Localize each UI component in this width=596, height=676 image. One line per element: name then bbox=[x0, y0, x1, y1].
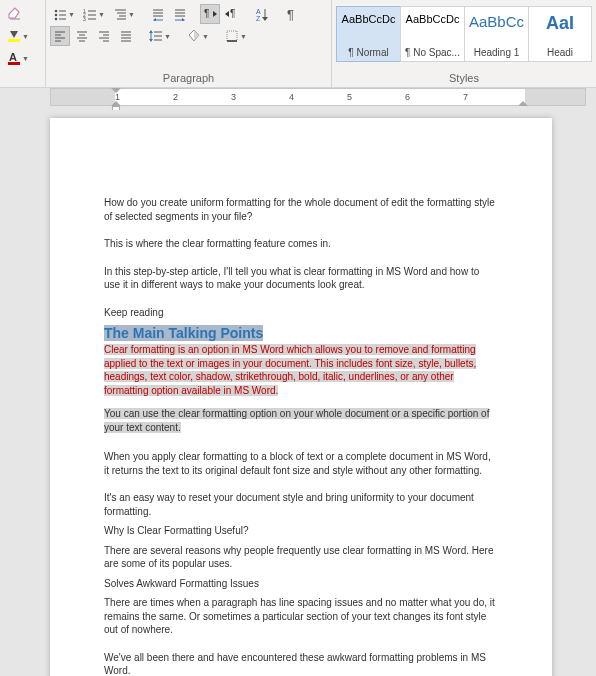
font-group-label bbox=[4, 82, 41, 87]
paragraph-group-label: Paragraph bbox=[50, 70, 327, 87]
numbering-button[interactable]: 123▼ bbox=[80, 4, 108, 24]
body-text[interactable]: Why Is Clear Formatting Useful? bbox=[104, 524, 498, 538]
styles-group: AaBbCcDc¶ NormalAaBbCcDc¶ No Spac...AaBb… bbox=[332, 0, 596, 87]
ruler-tick: 3 bbox=[231, 92, 236, 102]
style-item-heading1[interactable]: AaBbCcHeading 1 bbox=[464, 6, 528, 62]
rtl-direction-button[interactable]: ¶ bbox=[222, 4, 242, 24]
styles-group-label: Styles bbox=[336, 70, 592, 87]
body-text[interactable]: In this step-by-step article, I'll tell … bbox=[104, 265, 498, 292]
body-text[interactable]: Clear formatting is an option in MS Word… bbox=[104, 343, 498, 397]
svg-marker-24 bbox=[153, 18, 156, 21]
style-item-nospac[interactable]: AaBbCcDc¶ No Spac... bbox=[400, 6, 464, 62]
line-spacing-button[interactable]: ▼ bbox=[146, 26, 174, 46]
ribbon: ▼ A▼ ▼ 123▼ ▼ ¶ ¶ bbox=[0, 0, 596, 88]
ruler-area: 1234567 bbox=[0, 88, 596, 110]
align-center-button[interactable] bbox=[72, 26, 92, 46]
style-name: ¶ No Spac... bbox=[405, 47, 460, 58]
svg-rect-2 bbox=[8, 39, 20, 42]
page[interactable]: How do you create uniform formatting for… bbox=[50, 118, 552, 676]
body-text[interactable]: It's an easy way to reset your document … bbox=[104, 491, 498, 518]
horizontal-ruler[interactable]: 1234567 bbox=[50, 88, 586, 106]
chevron-down-icon: ▼ bbox=[164, 33, 171, 40]
body-text[interactable]: There are times when a paragraph has lin… bbox=[104, 596, 498, 637]
align-left-button[interactable] bbox=[50, 26, 70, 46]
body-text[interactable]: We've all been there and have encountere… bbox=[104, 651, 498, 677]
increase-indent-button[interactable] bbox=[170, 4, 190, 24]
heading-text[interactable]: The Main Talking Points bbox=[104, 325, 498, 341]
right-indent-icon[interactable] bbox=[518, 96, 528, 106]
body-text[interactable]: How do you create uniform formatting for… bbox=[104, 196, 498, 223]
shading-button[interactable]: ▼ bbox=[184, 26, 212, 46]
justify-button[interactable] bbox=[116, 26, 136, 46]
svg-text:A: A bbox=[9, 51, 17, 63]
svg-point-9 bbox=[55, 18, 58, 21]
multilevel-list-button[interactable]: ▼ bbox=[110, 4, 138, 24]
ruler-tick: 7 bbox=[463, 92, 468, 102]
decrease-indent-button[interactable] bbox=[148, 4, 168, 24]
chevron-down-icon: ▼ bbox=[22, 33, 29, 40]
chevron-down-icon: ▼ bbox=[202, 33, 209, 40]
svg-rect-62 bbox=[227, 31, 237, 41]
style-name: ¶ Normal bbox=[348, 47, 388, 58]
svg-marker-32 bbox=[213, 11, 217, 17]
svg-marker-0 bbox=[9, 8, 19, 18]
sort-button[interactable]: AZ bbox=[252, 4, 272, 24]
style-item-normal[interactable]: AaBbCcDc¶ Normal bbox=[336, 6, 400, 62]
svg-marker-33 bbox=[225, 11, 229, 17]
font-color-button[interactable]: A▼ bbox=[4, 48, 32, 68]
borders-button[interactable]: ▼ bbox=[222, 26, 250, 46]
svg-point-5 bbox=[55, 10, 58, 13]
svg-marker-29 bbox=[182, 18, 185, 21]
svg-text:¶: ¶ bbox=[204, 8, 209, 19]
body-text[interactable]: This is where the clear formatting featu… bbox=[104, 237, 498, 251]
bullets-button[interactable]: ▼ bbox=[50, 4, 78, 24]
chevron-down-icon: ▼ bbox=[22, 55, 29, 62]
style-name: Heading 1 bbox=[474, 47, 520, 58]
chevron-down-icon: ▼ bbox=[128, 11, 135, 18]
chevron-down-icon: ▼ bbox=[68, 11, 75, 18]
clear-formatting-button[interactable] bbox=[4, 4, 26, 24]
ruler-tick: 5 bbox=[347, 92, 352, 102]
document-area[interactable]: How do you create uniform formatting for… bbox=[0, 110, 596, 676]
style-preview: AaI bbox=[546, 13, 574, 34]
style-preview: AaBbCcDc bbox=[406, 13, 460, 25]
chevron-down-icon: ▼ bbox=[240, 33, 247, 40]
style-preview: AaBbCcDc bbox=[342, 13, 396, 25]
hanging-indent-icon[interactable] bbox=[111, 96, 121, 106]
ruler-tick: 4 bbox=[289, 92, 294, 102]
style-gallery[interactable]: AaBbCcDc¶ NormalAaBbCcDc¶ No Spac...AaBb… bbox=[336, 2, 592, 62]
style-preview: AaBbCc bbox=[469, 13, 524, 30]
highlight-color-button[interactable]: ▼ bbox=[4, 26, 32, 46]
align-right-button[interactable] bbox=[94, 26, 114, 46]
ltr-direction-button[interactable]: ¶ bbox=[200, 4, 220, 24]
paragraph-group: ▼ 123▼ ▼ ¶ ¶ AZ ¶ ▼ bbox=[46, 0, 332, 87]
svg-marker-38 bbox=[262, 17, 268, 21]
svg-text:¶: ¶ bbox=[230, 8, 235, 19]
body-text[interactable]: Keep reading bbox=[104, 306, 498, 320]
ruler-tick: 6 bbox=[405, 92, 410, 102]
body-text[interactable]: You can use the clear formatting option … bbox=[104, 407, 498, 434]
body-text[interactable]: Solves Awkward Formatting Issues bbox=[104, 577, 498, 591]
style-name: Headi bbox=[547, 47, 573, 58]
font-group-partial: ▼ A▼ bbox=[0, 0, 46, 87]
svg-text:3: 3 bbox=[83, 16, 86, 21]
svg-text:Z: Z bbox=[256, 15, 261, 21]
svg-point-7 bbox=[55, 14, 58, 17]
ruler-tick: 2 bbox=[173, 92, 178, 102]
show-hide-button[interactable]: ¶ bbox=[282, 4, 302, 24]
body-text[interactable]: When you apply clear formatting to a blo… bbox=[104, 450, 498, 477]
svg-text:¶: ¶ bbox=[287, 7, 294, 21]
style-item-heading2[interactable]: AaIHeadi bbox=[528, 6, 592, 62]
body-text[interactable]: There are several reasons why people fre… bbox=[104, 544, 498, 571]
svg-rect-4 bbox=[8, 62, 20, 65]
chevron-down-icon: ▼ bbox=[98, 11, 105, 18]
svg-text:A: A bbox=[256, 8, 261, 15]
